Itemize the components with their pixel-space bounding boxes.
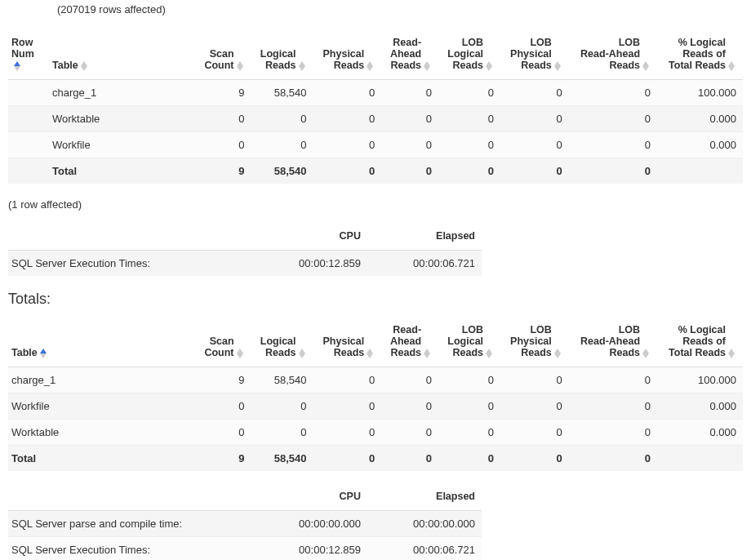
col-pct-logical[interactable]: % LogicalReads ofTotal Reads — [657, 32, 743, 80]
col-lob-read-ahead[interactable]: LOBRead-AheadReads — [569, 319, 657, 367]
col-lob-logical[interactable]: LOBLogicalReads — [438, 319, 500, 367]
table-row: Workfile 0 0 0 0 0 0 0 0.000 — [8, 393, 743, 420]
cell-logical-reads: 58,540 — [251, 446, 313, 472]
cell-logical-reads: 0 — [251, 393, 313, 420]
total-row: Total 9 58,540 0 0 0 0 0 — [8, 158, 743, 184]
cell-total-label: Total — [49, 158, 196, 184]
cell-read-ahead: 0 — [381, 446, 438, 472]
sort-indicator-icon — [728, 61, 736, 71]
col-logical-reads[interactable]: LogicalReads — [251, 32, 313, 80]
cell-scan-count: 9 — [196, 367, 251, 393]
cell-scan-count: 9 — [196, 80, 251, 106]
cell-physical-reads: 0 — [313, 393, 382, 420]
cell-pct: 100.000 — [657, 367, 743, 393]
cell-total-label: Total — [8, 446, 196, 472]
cell-cpu: 00:00:00.000 — [253, 511, 367, 537]
col-logical-reads[interactable]: LogicalReads — [251, 319, 313, 367]
sort-indicator-icon — [14, 61, 22, 71]
sort-indicator-icon — [237, 61, 245, 71]
cell-logical-reads: 0 — [251, 132, 313, 158]
col-pct-logical[interactable]: % LogicalReads ofTotal Reads — [657, 319, 743, 367]
cell-scan-count: 0 — [196, 106, 251, 132]
cell-lob-logical: 0 — [438, 367, 500, 393]
cell-lob-logical: 0 — [438, 393, 500, 420]
col-lob-read-ahead[interactable]: LOBRead-AheadReads — [569, 32, 657, 80]
cell-label: SQL Server Execution Times: — [8, 251, 253, 277]
cell-physical-reads: 0 — [313, 106, 382, 132]
cell-row-num — [8, 132, 49, 158]
cell-read-ahead: 0 — [381, 420, 438, 446]
col-cpu: CPU — [253, 486, 367, 511]
cell-read-ahead: 0 — [381, 106, 438, 132]
cell-table: Workfile — [49, 132, 196, 158]
col-elapsed: Elapsed — [367, 225, 482, 251]
cell-cpu: 00:00:12.859 — [253, 537, 367, 561]
sort-indicator-icon — [642, 349, 651, 358]
cell-lob-logical: 0 — [438, 158, 500, 184]
col-cpu: CPU — [253, 225, 367, 251]
cell-pct: 0.000 — [657, 420, 743, 446]
cell-label: SQL Server parse and compile time: — [8, 511, 253, 537]
rows-affected-top: (207019 rows affected) — [57, 3, 743, 16]
cell-scan-count: 0 — [196, 420, 251, 446]
col-table[interactable]: Table — [8, 319, 196, 367]
col-physical-reads[interactable]: PhysicalReads — [313, 32, 382, 80]
cell-pct: 0.000 — [657, 106, 743, 132]
cell-pct: 0.000 — [657, 132, 743, 158]
cell-lob-read-ahead: 0 — [569, 80, 657, 106]
sort-indicator-icon — [424, 349, 432, 358]
sort-indicator-icon — [424, 61, 432, 71]
cell-physical-reads: 0 — [313, 80, 382, 106]
col-lob-logical[interactable]: LOBLogicalReads — [438, 32, 500, 80]
table-row: SQL Server parse and compile time: 00:00… — [8, 511, 482, 537]
cell-pct: 0.000 — [657, 393, 743, 420]
cell-table: charge_1 — [49, 80, 196, 106]
col-physical-reads[interactable]: PhysicalReads — [313, 319, 382, 367]
cell-lob-physical: 0 — [500, 132, 569, 158]
table-row: Workfile 0 0 0 0 0 0 0 0.000 — [8, 132, 743, 158]
col-lob-physical[interactable]: LOBPhysicalReads — [500, 32, 569, 80]
col-read-ahead[interactable]: Read-AheadReads — [381, 32, 438, 80]
col-elapsed: Elapsed — [367, 486, 482, 511]
sort-indicator-icon — [486, 61, 494, 71]
cell-physical-reads: 0 — [313, 367, 382, 393]
cell-read-ahead: 0 — [381, 367, 438, 393]
cell-lob-read-ahead: 0 — [569, 420, 657, 446]
col-scan-count[interactable]: ScanCount — [196, 32, 251, 80]
cell-lob-physical: 0 — [500, 446, 569, 472]
totals-heading: Totals: — [8, 291, 743, 308]
cell-row-num — [8, 106, 49, 132]
cell-lob-logical: 0 — [438, 106, 500, 132]
cell-table: charge_1 — [8, 367, 196, 393]
total-row: Total 9 58,540 0 0 0 0 0 — [8, 446, 743, 472]
col-table[interactable]: Table — [49, 32, 196, 80]
cell-logical-reads: 0 — [251, 106, 313, 132]
cell-physical-reads: 0 — [313, 158, 382, 184]
cell-scan-count: 0 — [196, 132, 251, 158]
cell-table: Worktable — [8, 420, 196, 446]
col-scan-count[interactable]: ScanCount — [196, 319, 251, 367]
cell-table: Workfile — [8, 393, 196, 420]
sort-indicator-icon — [554, 349, 562, 358]
col-lob-physical[interactable]: LOBPhysicalReads — [500, 319, 569, 367]
sort-indicator-icon — [486, 349, 494, 358]
sort-indicator-icon — [40, 349, 48, 358]
table-row: Worktable 0 0 0 0 0 0 0 0.000 — [8, 106, 743, 132]
cell-physical-reads: 0 — [313, 446, 382, 472]
cell-pct — [657, 446, 743, 472]
table-row: Worktable 0 0 0 0 0 0 0 0.000 — [8, 420, 743, 446]
cell-row-num — [8, 158, 49, 184]
sort-indicator-icon — [299, 349, 307, 358]
col-read-ahead[interactable]: Read-AheadReads — [381, 319, 438, 367]
table-row: charge_1 9 58,540 0 0 0 0 0 100.000 — [8, 80, 743, 106]
sort-indicator-icon — [728, 349, 736, 358]
sort-indicator-icon — [81, 61, 89, 71]
timing-table-2: CPU Elapsed SQL Server parse and compile… — [8, 486, 482, 560]
cell-lob-logical: 0 — [438, 446, 500, 472]
table-row: charge_1 9 58,540 0 0 0 0 0 100.000 — [8, 367, 743, 393]
cell-logical-reads: 58,540 — [251, 80, 313, 106]
io-stats-table-1: RowNum Table ScanCount LogicalReads Phys… — [8, 32, 743, 184]
col-row-num[interactable]: RowNum — [8, 32, 49, 80]
cell-lob-logical: 0 — [438, 80, 500, 106]
sort-indicator-icon — [642, 61, 651, 71]
